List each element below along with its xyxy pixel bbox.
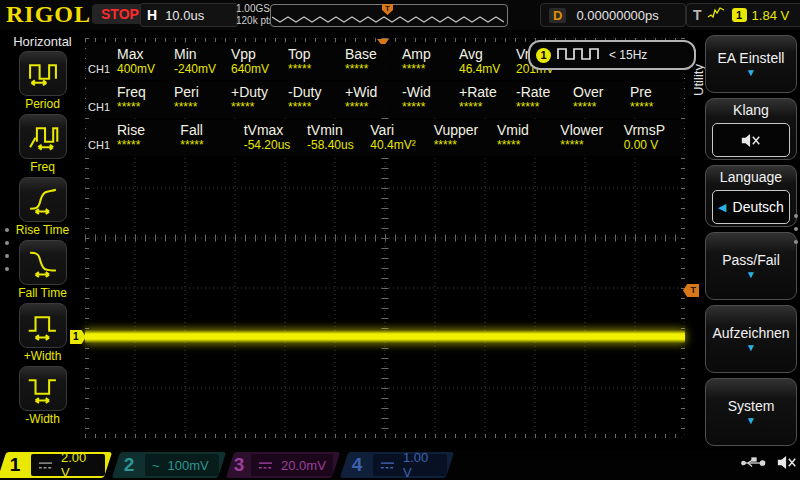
horizontal-offset-value: 0.00000000ps (576, 8, 658, 23)
measurement-name: +Rate (459, 84, 513, 100)
measurement-name: Top (288, 46, 342, 62)
status-icons (740, 454, 798, 475)
channel-3-status[interactable]: 320.0mV (226, 452, 340, 478)
measurement-value: ***** (345, 100, 399, 115)
measurement-row: CH1Freq*****Peri*****+Duty*****-Duty****… (86, 82, 684, 118)
chevron-down-icon: ▼ (746, 343, 756, 353)
measurement-name: +Wid (345, 84, 399, 100)
measurement-name: VrmsP (624, 122, 684, 138)
left-menu-item-freq[interactable]: Freq (19, 114, 67, 174)
right-menu-item-language[interactable]: Language◀Deutsch (705, 165, 797, 227)
measurement-cell: tVmax-54.20us (241, 122, 304, 153)
channel-4-number: 4 (344, 454, 370, 476)
page-indicator-dot (794, 214, 798, 218)
trigger-level-value: 1.84 V (752, 8, 790, 23)
measurement-name: Amp (402, 46, 456, 62)
measurement-cell: Vlower***** (557, 122, 620, 153)
page-indicator-dot (5, 228, 9, 232)
measurement-name: Pre (630, 84, 684, 100)
measurement-cell: Pre***** (627, 84, 684, 115)
measurement-cell: VrmsP0.00 V (621, 122, 684, 153)
measurement-value: ***** (434, 138, 494, 153)
measurement-value: -240mV (174, 62, 228, 77)
left-menu-item-rise-time[interactable]: Rise Time (16, 177, 69, 237)
measurement-value: ***** (117, 100, 171, 115)
measurement-name: Avg (459, 46, 513, 62)
right-menu-item-system[interactable]: System▼ (705, 378, 797, 446)
measurement-cells: Freq*****Peri*****+Duty*****-Duty*****+W… (114, 84, 684, 115)
page-indicator-dot (794, 240, 798, 244)
left-menu-item-label: Fall Time (18, 286, 67, 300)
minus-width-icon (19, 366, 67, 411)
measurement-cell: Amp***** (399, 46, 456, 77)
channel-2-scale: 100mV (168, 458, 209, 473)
d-label: D (549, 8, 566, 23)
channel-2-status[interactable]: 2~100mV (112, 452, 226, 478)
measurement-name: Peri (174, 84, 228, 100)
measurement-value: ***** (288, 62, 342, 77)
measurement-name: +Duty (231, 84, 285, 100)
measurement-value: ***** (288, 100, 342, 115)
measurement-name: Over (573, 84, 627, 100)
right-menu-items: EA Einstell▼KlangLanguage◀DeutschPass/Fa… (705, 35, 797, 446)
right-menu-item-pass-fail[interactable]: Pass/Fail▼ (705, 232, 797, 300)
left-menu-item-label: Rise Time (16, 223, 69, 237)
speaker-muted-icon (776, 454, 798, 475)
measurement-name: Vlower (560, 122, 620, 138)
menu-item-label: Pass/Fail (722, 252, 780, 268)
page-indicator-dot (5, 254, 9, 258)
channel-2-number: 2 (116, 454, 142, 476)
measurement-value: 46.4mV (459, 62, 513, 77)
measurement-name: -Duty (288, 84, 342, 100)
left-menu-item-width[interactable]: +Width (19, 303, 67, 363)
measurement-value: ***** (497, 138, 557, 153)
left-menu-item-fall-time[interactable]: Fall Time (18, 240, 67, 300)
measurement-cell: Vmid***** (494, 122, 557, 153)
menu-item-label: EA Einstell (718, 50, 785, 66)
measurement-cell: tVmin-58.40us (304, 122, 367, 153)
measurement-cell: -Wid***** (399, 84, 456, 115)
channel-4-status[interactable]: 41.00 V (340, 452, 454, 478)
measurement-value: ***** (573, 100, 627, 115)
measurement-value: ***** (345, 62, 399, 77)
oscilloscope-screen: RIGOL STOP H 10.0us 1.00GSa/s 120k pts T… (0, 0, 800, 480)
measurement-cell: +Wid***** (342, 84, 399, 115)
channel-4-scale: 1.00 V (403, 450, 440, 480)
measurement-cell: Max400mV (114, 46, 171, 77)
menu-item-value: Deutsch (733, 199, 784, 215)
channel-1-trace (85, 330, 685, 343)
left-menu-item-width[interactable]: -Width (19, 366, 67, 426)
measurement-cell: Base***** (342, 46, 399, 77)
page-indicator-dot (794, 227, 798, 231)
usb-icon (740, 456, 766, 474)
right-menu-item-klang[interactable]: Klang (705, 98, 797, 160)
measurement-cell: Peri***** (171, 84, 228, 115)
left-menu-item-period[interactable]: Period (19, 51, 67, 111)
measurement-cell: Rise***** (114, 122, 177, 153)
left-menu-item-label: +Width (24, 349, 62, 363)
left-menu-item-label: Period (25, 97, 60, 111)
channel-4-scale-box: 1.00 V (373, 454, 447, 476)
trigger-slope-icon (707, 6, 727, 24)
measurement-channel-label: CH1 (88, 63, 114, 77)
measurement-value: 640mV (231, 62, 285, 77)
measurement-name: -Wid (402, 84, 456, 100)
measurement-cell: Top***** (285, 46, 342, 77)
measurement-cell: Vpp640mV (228, 46, 285, 77)
measurement-cell: -Rate***** (513, 84, 570, 115)
trigger-level-marker[interactable]: T (683, 284, 699, 297)
trigger-source-badge: 1 (732, 8, 747, 22)
channel-1-status[interactable]: 12.00 V (0, 452, 112, 478)
trigger-frequency-popup: 1 < 15Hz (528, 40, 696, 70)
right-softkey-menu: Utility EA Einstell▼KlangLanguage◀Deutsc… (688, 30, 800, 450)
measurement-name: Vupper (434, 122, 494, 138)
channel-1-scale: 2.00 V (61, 450, 98, 480)
right-menu-item-ea-einstell[interactable]: EA Einstell▼ (705, 35, 797, 93)
right-menu-item-aufzeichnen[interactable]: Aufzeichnen▼ (705, 305, 797, 373)
chevron-down-icon: ▼ (746, 68, 756, 78)
left-softkey-menu: Horizontal PeriodFreqRise TimeFall Time+… (0, 30, 85, 450)
left-menu-title: Horizontal (0, 30, 85, 51)
measurement-value: 40.4mV² (370, 138, 430, 153)
measurement-cell: Avg46.4mV (456, 46, 513, 77)
trigger-frequency-value: < 15Hz (609, 48, 647, 62)
